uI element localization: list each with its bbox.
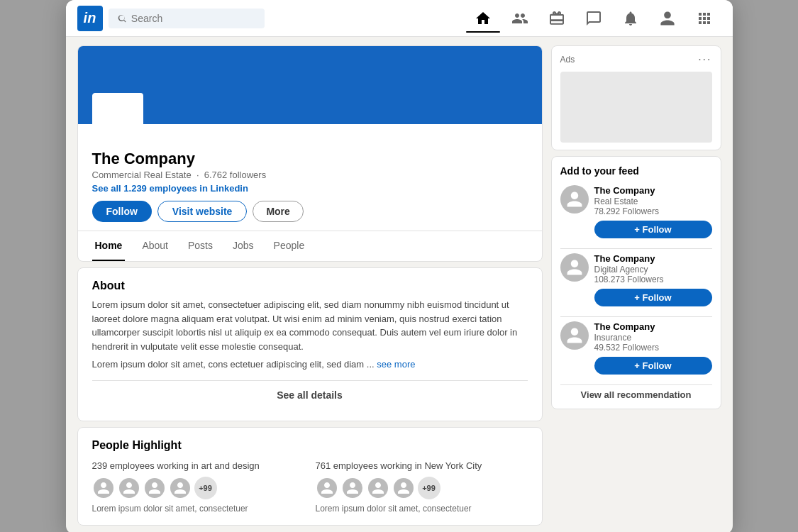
see-more-link[interactable]: see more: [377, 359, 415, 370]
avatar-count-2: +99: [418, 477, 440, 499]
feed-name-2: The Company: [594, 253, 712, 264]
feed-item-2: The Company Digital Agency 108.273 Follo…: [560, 253, 712, 306]
right-column: Ads ··· Add to your feed The Company Rea…: [551, 45, 721, 526]
people-grid: 239 employees working in art and design …: [92, 460, 528, 514]
about-text-2: Lorem ipsum dolor sit amet, cons ectetue…: [92, 358, 528, 372]
tab-people[interactable]: People: [271, 231, 308, 261]
home-icon: [475, 10, 492, 27]
feed-avatar-1: [560, 185, 589, 214]
feed-sub-3: Insurance: [594, 333, 712, 343]
avatar-7: [367, 477, 389, 499]
divider-1: [560, 248, 712, 249]
company-meta: Commercial Real Estate · 6.762 followers: [92, 170, 528, 180]
avatar-row-1: +99: [92, 477, 304, 499]
people-group-2: 761 employees working in New York City +…: [316, 460, 528, 514]
browser-window: in: [66, 0, 733, 532]
feed-follow-button-2[interactable]: + Follow: [594, 289, 712, 306]
search-bar[interactable]: [109, 9, 265, 28]
visit-website-button[interactable]: Visit website: [157, 201, 248, 222]
feed-follow-button-1[interactable]: + Follow: [594, 221, 712, 238]
profile-icon: [659, 10, 676, 27]
network-icon: [511, 10, 528, 27]
company-banner: [78, 46, 542, 124]
company-category: Commercial Real Estate: [92, 170, 192, 180]
feed-info-2: The Company Digital Agency 108.273 Follo…: [594, 253, 712, 306]
messaging-icon: [585, 10, 602, 27]
jobs-icon: [548, 10, 565, 27]
navbar: in: [66, 0, 733, 37]
avatar-count-1: +99: [194, 477, 217, 499]
about-text-2-content: Lorem ipsum dolor sit amet, cons ectetue…: [92, 359, 375, 370]
tab-jobs[interactable]: Jobs: [230, 231, 257, 261]
feed-followers-3: 49.532 Followers: [594, 343, 712, 353]
view-all-link[interactable]: View all recommendation: [560, 389, 712, 400]
about-section: About Lorem ipsum dolor sit amet, consec…: [77, 267, 543, 421]
people-group-1-desc: Lorem ipsum dolor sit amet, consectetuer: [92, 504, 304, 514]
feed-info-1: The Company Real Estate 78.292 Followers…: [594, 185, 712, 238]
follow-button[interactable]: Follow: [92, 201, 152, 222]
feed-name-1: The Company: [594, 185, 712, 196]
feed-item-3: The Company Insurance 49.532 Followers +…: [560, 321, 712, 375]
people-group-1: 239 employees working in art and design …: [92, 460, 304, 514]
company-tabs: Home About Posts Jobs People: [78, 231, 542, 261]
company-name: The Company: [92, 150, 528, 168]
divider-3: [560, 384, 712, 385]
feed-card: Add to your feed The Company Real Estate…: [551, 156, 721, 409]
nav-icons: [466, 7, 721, 30]
avatar-6: [341, 477, 364, 499]
company-card: The Company Commercial Real Estate · 6.7…: [77, 45, 543, 262]
ads-card: Ads ···: [551, 45, 721, 150]
company-info: The Company Commercial Real Estate · 6.7…: [78, 124, 542, 231]
more-button[interactable]: More: [253, 201, 303, 222]
ads-label: Ads: [560, 55, 575, 65]
company-actions: Follow Visit website More: [92, 201, 528, 222]
company-logo-wrapper: [92, 93, 143, 144]
avatar-5: [316, 477, 338, 499]
ads-options[interactable]: ···: [698, 53, 711, 66]
tab-home[interactable]: Home: [92, 231, 126, 261]
company-employees-link[interactable]: See all 1.239 employees in Linkedin: [92, 183, 528, 194]
avatar-1: [92, 477, 115, 499]
bell-icon: [622, 10, 639, 27]
nav-messaging[interactable]: [577, 7, 611, 30]
company-followers: 6.762 followers: [204, 170, 266, 180]
search-icon: [117, 13, 127, 24]
tab-about[interactable]: About: [139, 231, 171, 261]
linkedin-logo[interactable]: in: [77, 6, 103, 31]
nav-notifications[interactable]: [614, 7, 648, 30]
ads-header: Ads ···: [560, 53, 712, 66]
nav-network[interactable]: [503, 7, 537, 30]
avatar-3: [143, 477, 166, 499]
people-section: People Highlight 239 employees working i…: [77, 427, 543, 526]
people-group-2-desc: Lorem ipsum dolor sit amet, consectetuer: [316, 504, 528, 514]
about-text-1: Lorem ipsum dolor sit amet, consectetuer…: [92, 298, 528, 353]
tab-posts[interactable]: Posts: [185, 231, 216, 261]
feed-avatar-3: [560, 321, 589, 350]
people-highlight-title: People Highlight: [92, 439, 528, 452]
about-title: About: [92, 279, 528, 292]
feed-follow-button-3[interactable]: + Follow: [594, 357, 712, 375]
center-column: The Company Commercial Real Estate · 6.7…: [77, 45, 543, 526]
feed-info-3: The Company Insurance 49.532 Followers +…: [594, 321, 712, 375]
logo-text: in: [84, 10, 96, 26]
people-group-2-title: 761 employees working in New York City: [316, 460, 528, 471]
nav-home[interactable]: [466, 7, 500, 30]
avatar-8: [392, 477, 415, 499]
feed-title: Add to your feed: [560, 165, 712, 177]
avatar-4: [169, 477, 192, 499]
feed-avatar-2: [560, 253, 589, 282]
see-all-details[interactable]: See all details: [92, 380, 528, 409]
nav-profile[interactable]: [650, 7, 685, 30]
company-logo: [99, 100, 136, 137]
search-input[interactable]: [131, 13, 256, 24]
feed-item-1: The Company Real Estate 78.292 Followers…: [560, 185, 712, 238]
feed-followers-1: 78.292 Followers: [594, 206, 712, 216]
feed-sub-2: Digital Agency: [594, 265, 712, 275]
ads-image: [560, 72, 712, 143]
nav-work[interactable]: [687, 7, 721, 30]
people-group-1-title: 239 employees working in art and design: [92, 460, 304, 471]
avatar-row-2: +99: [316, 477, 528, 499]
feed-sub-1: Real Estate: [594, 196, 712, 206]
nav-jobs[interactable]: [540, 7, 574, 30]
grid-icon: [696, 10, 713, 27]
